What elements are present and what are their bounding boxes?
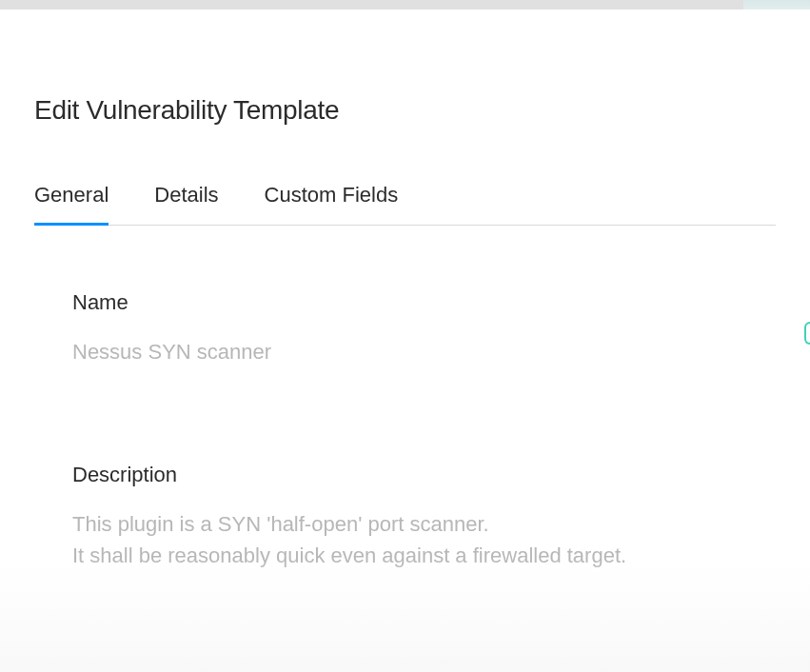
form-section: Name Nessus SYN scanner Description This…	[34, 226, 776, 609]
tab-general[interactable]: General	[34, 183, 109, 225]
description-line-2: It shall be reasonably quick even agains…	[72, 540, 738, 571]
side-indicator	[804, 322, 810, 345]
description-label: Description	[72, 463, 738, 487]
description-line-1: This plugin is a SYN 'half-open' port sc…	[72, 508, 738, 540]
tab-details[interactable]: Details	[154, 183, 218, 225]
name-input[interactable]: Nessus SYN scanner	[72, 336, 738, 367]
tabs-bar: General Details Custom Fields	[34, 183, 776, 226]
name-card: Name Nessus SYN scanner	[72, 271, 738, 405]
name-label: Name	[72, 290, 738, 315]
page-title: Edit Vulnerability Template	[34, 10, 776, 183]
description-input[interactable]: This plugin is a SYN 'half-open' port sc…	[72, 508, 738, 571]
window-top-bar	[0, 0, 810, 10]
page-container: Edit Vulnerability Template General Deta…	[0, 10, 810, 672]
description-card: Description This plugin is a SYN 'half-o…	[72, 434, 738, 609]
tab-custom-fields[interactable]: Custom Fields	[265, 183, 399, 225]
